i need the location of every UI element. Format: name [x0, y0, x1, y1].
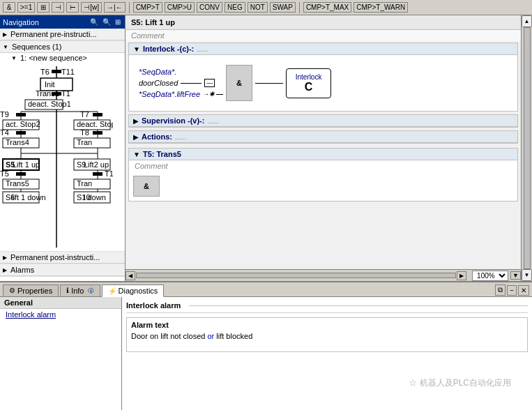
toolbar-cmpt[interactable]: CMP>T	[133, 2, 162, 13]
tree-section-perm-pre: ▶ Permanent pre-instructi...	[0, 29, 125, 41]
logic-input-2: *SeqData*.liftFree →✱	[139, 90, 223, 98]
zoom-select[interactable]: 100% 50% 75% 125% 150%	[472, 271, 508, 281]
trans-t9-label: T9	[0, 110, 9, 119]
logic-inputs: *SeqData*. doorClosed — *SeqData*.liftFr…	[139, 68, 223, 98]
actions-title: Actions:	[142, 132, 172, 141]
section-trans5-header[interactable]: ▼ T5: Trans5	[129, 149, 517, 160]
toolbar-box[interactable]: ⊞	[37, 2, 50, 13]
supervision-expand-icon[interactable]: ▶	[133, 117, 139, 125]
trans5-title: T5: Trans5	[143, 150, 181, 158]
nav-arrow-perm-post[interactable]: ▶	[3, 255, 7, 261]
trans-t10	[93, 172, 102, 176]
nav-arrow-seq1[interactable]: ▼	[11, 55, 17, 61]
step-trans5-label: Trans5	[6, 179, 29, 188]
nav-label-sequences: Sequences (1)	[12, 43, 62, 51]
bottom-close-btn[interactable]: ✕	[518, 285, 529, 296]
bottom-left-item-interlock[interactable]: Interlock alarm	[0, 309, 121, 320]
tab-info[interactable]: ℹ Info 🛈	[60, 284, 100, 296]
trans-t7-label: T7	[80, 110, 89, 119]
nav-label-perm-post: Permanent post-instructi...	[10, 253, 100, 261]
bottom-float-btn[interactable]: ⧉	[495, 284, 506, 296]
toolbar-gte1[interactable]: >=1	[17, 2, 35, 13]
nav-label-alarms: Alarms	[10, 266, 34, 274]
alarm-or-text: or	[207, 332, 214, 340]
section-actions-header[interactable]: ▶ Actions: ......	[129, 131, 517, 143]
supervision-title: Supervision -(v)-:	[142, 116, 204, 125]
bottom-left-panel: General Interlock alarm	[0, 297, 122, 410]
actions-dots: ......	[175, 133, 187, 141]
nav-zoom-out-icon[interactable]: 🔍	[101, 18, 112, 26]
nav-expand-icon[interactable]: ⊞	[114, 18, 122, 26]
toolbar-cmpu[interactable]: CMP>U	[165, 2, 195, 13]
toolbar-not[interactable]: NOT	[248, 2, 268, 13]
nav-arrow-sequences[interactable]: ▼	[3, 44, 8, 50]
tree-section-sequences: ▼ Sequences (1) ▼ 1: <new sequence> T6	[0, 41, 125, 252]
coil-block: Interlock C	[286, 68, 331, 98]
nav-item-alarms[interactable]: ▶ Alarms	[0, 264, 125, 276]
nav-zoom-in-icon[interactable]: 🔍	[89, 18, 100, 26]
seq-diagram-svg: T6 T11 Init T1 Trans1 deact. Stop1	[0, 63, 113, 251]
bottom-content-area: General Interlock alarm Interlock alarm …	[0, 297, 532, 410]
contact1: —	[204, 79, 215, 87]
toolbar-conv[interactable]: CONV	[197, 2, 222, 13]
input1-label: *SeqData*.	[139, 68, 176, 76]
nav-item-sequences[interactable]: ▼ Sequences (1)	[0, 41, 125, 53]
trans-t5-left-label: T5	[0, 169, 9, 178]
and-gate: &	[226, 65, 252, 101]
vscroll-up-btn[interactable]: ▲	[522, 15, 532, 27]
tab-diagnostics[interactable]: ⚡ Diagnostics	[102, 284, 165, 297]
hscroll-bar: ◀ ▶ 100% 50% 75% 125% 150% ▼	[126, 269, 521, 281]
bottom-right-panel: Interlock alarm Alarm text Door on lift …	[122, 297, 532, 410]
trans-t11-label: T11	[61, 68, 75, 76]
section-supervision-header[interactable]: ▶ Supervision -(v)-: ......	[129, 115, 517, 127]
trans5-comment-text: Comment	[135, 162, 168, 170]
vscroll-track[interactable]	[524, 27, 531, 269]
toolbar-closedl[interactable]: ⊣	[52, 2, 64, 13]
toolbar-neg[interactable]: NEG	[225, 2, 245, 13]
step-s6-name: lift 1 down	[11, 193, 46, 202]
zoom-area: 100% 50% 75% 125% 150% ▼	[472, 271, 521, 281]
hscroll-track[interactable]	[136, 273, 456, 278]
trans5-comment: Comment	[129, 160, 517, 172]
bottom-min-btn[interactable]: −	[507, 285, 517, 296]
toolbar-cmptmax[interactable]: CMP>T_MAX	[303, 2, 351, 13]
toolbar-amp[interactable]: &	[3, 2, 15, 13]
zoom-dropdown-btn[interactable]: ▼	[510, 271, 521, 280]
section-supervision: ▶ Supervision -(v)-: ......	[128, 114, 518, 128]
interlock-title: Interlock -(c)-:	[143, 45, 194, 53]
toolbar-sep1	[129, 2, 130, 13]
nav-arrow-alarms[interactable]: ▶	[3, 267, 7, 273]
tab-properties[interactable]: ⚙ Properties	[3, 284, 59, 296]
interlock-expand-icon[interactable]: ▼	[133, 45, 140, 53]
toolbar-cmptwarn[interactable]: CMP>T_WARN	[354, 2, 408, 13]
alarm-text-content: Door on lift not closed or lift blocked	[131, 332, 523, 340]
toolbar-closedw[interactable]: ⊣[w]	[81, 2, 102, 13]
nav-item-perm-post[interactable]: ▶ Permanent post-instructi...	[0, 252, 125, 264]
toolbar-swap[interactable]: SWAP	[270, 2, 296, 13]
section-interlock-header[interactable]: ▼ Interlock -(c)-: ......	[129, 43, 517, 55]
step-trans4-label: Trans4	[6, 138, 29, 146]
trans5-gate-symbol: &	[144, 182, 149, 190]
toolbar-arrow[interactable]: →|←	[104, 2, 126, 13]
trans-t5-left	[16, 172, 26, 176]
tree-section-alarms: ▶ Alarms	[0, 264, 125, 277]
trans5-expand-icon[interactable]: ▼	[133, 151, 140, 158]
hscroll-left-btn[interactable]: ◀	[126, 271, 135, 280]
actions-expand-icon[interactable]: ▶	[133, 133, 139, 141]
alarm-title-text: Interlock alarm	[126, 301, 181, 310]
nav-item-perm-pre[interactable]: ▶ Permanent pre-instructi...	[0, 29, 125, 40]
vscroll-down-btn[interactable]: ▼	[522, 269, 532, 281]
step-comment-area: Comment	[126, 30, 521, 41]
nav-item-seq1[interactable]: ▼ 1: <new sequence>	[0, 53, 125, 63]
hscroll-right-btn[interactable]: ▶	[457, 271, 466, 280]
trans-t9	[16, 113, 26, 116]
toolbar-closedr[interactable]: ⊢	[66, 2, 79, 13]
trans-t1-label: T1	[61, 89, 70, 98]
interlock-dots: ......	[197, 45, 208, 53]
trans-t8	[93, 131, 102, 135]
coil-label: Interlock	[294, 73, 324, 81]
supervision-dots: ......	[207, 117, 219, 125]
content-scroll[interactable]: ▼ Interlock -(c)-: ...... *SeqData*.	[126, 41, 521, 269]
section-trans5: ▼ T5: Trans5 Comment &	[128, 148, 518, 202]
nav-arrow-perm-pre[interactable]: ▶	[3, 31, 7, 38]
